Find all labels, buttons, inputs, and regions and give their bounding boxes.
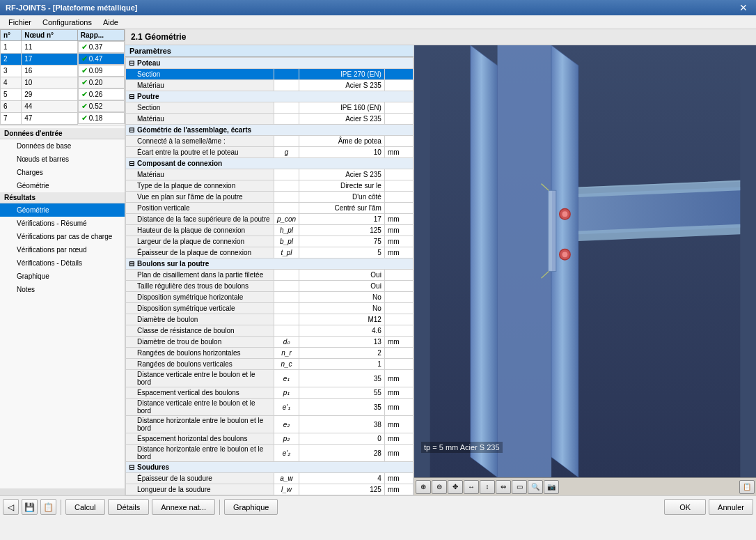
param-row[interactable]: Diamètre de boulon M12 bbox=[126, 314, 414, 325]
cell-node: 47 bbox=[22, 112, 78, 124]
view-btn-rotate-h[interactable]: ↔ bbox=[464, 480, 479, 494]
calcul-button[interactable]: Calcul bbox=[65, 499, 105, 515]
tree-item-verif-noeud[interactable]: Vérifications par nœud bbox=[0, 243, 125, 256]
view-label: tp = 5 mm Acier S 235 bbox=[421, 442, 503, 453]
view-btn-pan[interactable]: ✥ bbox=[448, 480, 463, 494]
param-row[interactable]: Matériau Acier S 235 bbox=[126, 169, 414, 180]
param-unit bbox=[384, 180, 413, 192]
view-btn-flip[interactable]: ⇔ bbox=[496, 480, 511, 494]
table-row[interactable]: 5 29 ✔ 0.26 bbox=[1, 88, 125, 100]
param-row[interactable]: Distance verticale entre le boulon et le… bbox=[126, 399, 414, 416]
btn-save[interactable]: 💾 bbox=[22, 499, 38, 515]
param-unit: mm bbox=[384, 445, 413, 462]
param-unit: mm bbox=[384, 225, 413, 236]
param-row[interactable]: Diamètre de trou de boulon d₀ 13 mm bbox=[126, 337, 414, 348]
close-button[interactable]: ✕ bbox=[737, 2, 750, 13]
param-row[interactable]: Distance horizontale entre le boulon et … bbox=[126, 416, 414, 433]
view-btn-zoom-out[interactable]: ⊖ bbox=[432, 480, 447, 494]
btn-back[interactable]: ◁ bbox=[3, 499, 19, 515]
tree-item-graphique[interactable]: Graphique bbox=[0, 270, 125, 283]
param-row[interactable]: Espacement vertical des boulons p₁ 55 mm bbox=[126, 387, 414, 399]
param-unit: mm bbox=[384, 370, 413, 387]
menu-aide[interactable]: Aide bbox=[97, 17, 124, 28]
tree-item-nodes[interactable]: Nœuds et barres bbox=[0, 153, 125, 166]
param-label: Section bbox=[126, 102, 274, 114]
param-row[interactable]: Section IPE 160 (EN) bbox=[126, 102, 414, 114]
view-area: tp = 5 mm Acier S 235 ⊕ ⊖ ✥ ↔ ↕ ⇔ ▭ 🔍 📷 … bbox=[414, 45, 756, 495]
param-val: No bbox=[299, 292, 385, 303]
tree-item-notes[interactable]: Notes bbox=[0, 283, 125, 296]
param-row[interactable]: Hauteur de la plaque de connexion h_pl 1… bbox=[126, 225, 414, 236]
tree-item-geometry-out[interactable]: Géométrie bbox=[0, 203, 125, 217]
svg-marker-1 bbox=[471, 45, 498, 477]
param-sym bbox=[274, 303, 299, 314]
ok-button[interactable]: OK bbox=[664, 499, 706, 515]
param-val: IPE 160 (EN) bbox=[299, 102, 385, 114]
param-row[interactable]: Connecté à la semelle/âme : Âme de potea bbox=[126, 136, 414, 147]
params-header: Paramètres bbox=[125, 45, 414, 57]
param-row[interactable]: Taille régulière des trous de boulons Ou… bbox=[126, 281, 414, 292]
view-btn-camera[interactable]: 📷 bbox=[544, 480, 559, 494]
tree-item-charges[interactable]: Charges bbox=[0, 166, 125, 179]
tree-item-verif-cas[interactable]: Vérifications par cas de charge bbox=[0, 230, 125, 243]
param-row[interactable]: Rangées de boulons horizontales n_r 2 bbox=[126, 348, 414, 359]
param-row[interactable]: Rangées de boulons verticales n_c 1 bbox=[126, 359, 414, 370]
param-row[interactable]: Espacement horizontal des boulons p₂ 0 m… bbox=[126, 433, 414, 445]
param-row[interactable]: Vue en plan sur l'âme de la poutre D'un … bbox=[126, 192, 414, 203]
tree-item-base[interactable]: Données de base bbox=[0, 139, 125, 153]
left-scrollbar[interactable] bbox=[0, 488, 125, 495]
param-sym bbox=[274, 136, 299, 147]
title-bar: RF-JOINTS - [Plateforme métallique] ✕ bbox=[0, 0, 756, 15]
param-val: 17 bbox=[299, 214, 385, 225]
tree-item-verif-resume[interactable]: Vérifications - Résumé bbox=[0, 217, 125, 230]
details-button[interactable]: Détails bbox=[108, 499, 150, 515]
param-sym bbox=[274, 203, 299, 214]
param-label: Distance verticale entre le boulon et le… bbox=[126, 370, 274, 387]
view-btn-rotate-v[interactable]: ↕ bbox=[480, 480, 495, 494]
table-row[interactable]: 3 16 ✔ 0.09 bbox=[1, 65, 125, 77]
menu-fichier[interactable]: Fichier bbox=[3, 17, 37, 28]
param-sym bbox=[274, 270, 299, 281]
param-row[interactable]: Distance horizontale entre le boulon et … bbox=[126, 445, 414, 462]
param-row[interactable]: Classe de résistance de boulon 4.6 bbox=[126, 325, 414, 337]
param-row[interactable]: Largeur de la plaque de connexion b_pl 7… bbox=[126, 236, 414, 247]
tree-item-verif-details[interactable]: Vérifications - Détails bbox=[0, 256, 125, 270]
param-row[interactable]: Disposition symétrique verticale No bbox=[126, 303, 414, 314]
param-row[interactable]: Écart entre la poutre et le poteau g 10 … bbox=[126, 147, 414, 158]
annuler-button[interactable]: Annuler bbox=[709, 499, 753, 515]
param-row[interactable]: Disposition symétrique horizontale No bbox=[126, 292, 414, 303]
table-row[interactable]: 2 17 ✔ 0.47 bbox=[1, 53, 125, 65]
param-row[interactable]: Type de la plaque de connexion Directe s… bbox=[126, 180, 414, 192]
view-btn-frame[interactable]: ▭ bbox=[512, 480, 527, 494]
graphique-button[interactable]: Graphique bbox=[224, 499, 278, 515]
table-row[interactable]: 7 47 ✔ 0.18 bbox=[1, 112, 125, 124]
view-btn-extra[interactable]: 📋 bbox=[739, 480, 755, 494]
param-row[interactable]: Longueur de la soudure l_w 125 mm bbox=[126, 484, 414, 495]
annexe-button[interactable]: Annexe nat... bbox=[152, 499, 215, 515]
param-row[interactable]: Matériau Acier S 235 bbox=[126, 80, 414, 91]
svg-point-10 bbox=[562, 211, 568, 217]
param-label: Distance horizontale entre le boulon et … bbox=[126, 445, 274, 462]
param-sym bbox=[274, 80, 299, 91]
param-row[interactable]: Matériau Acier S 235 bbox=[126, 114, 414, 125]
view-btn-zoom-in[interactable]: ⊕ bbox=[416, 480, 431, 494]
table-row[interactable]: 4 10 ✔ 0.20 bbox=[1, 77, 125, 88]
param-sym bbox=[274, 192, 299, 203]
param-row[interactable]: Section IPE 270 (EN) bbox=[126, 69, 414, 80]
btn-copy[interactable]: 📋 bbox=[40, 499, 56, 515]
param-section-row: ⊟Géométrie de l'assemblage, écarts bbox=[126, 125, 414, 136]
tree-item-geometry-in[interactable]: Géométrie bbox=[0, 179, 125, 192]
param-row[interactable]: Épaisseur de la plaque de connexion t_pl… bbox=[126, 247, 414, 259]
param-sym bbox=[274, 281, 299, 292]
param-label: Position verticale bbox=[126, 203, 274, 214]
menu-configurations[interactable]: Configurations bbox=[37, 17, 97, 28]
view-btn-search[interactable]: 🔍 bbox=[528, 480, 543, 494]
table-row[interactable]: 6 44 ✔ 0.52 bbox=[1, 100, 125, 112]
param-row[interactable]: Distance verticale entre le boulon et le… bbox=[126, 370, 414, 387]
param-row[interactable]: Plan de cisaillement dans la partie file… bbox=[126, 270, 414, 281]
param-row[interactable]: Position verticale Centré sur l'âm bbox=[126, 203, 414, 214]
table-row[interactable]: 1 11 ✔ 0.37 bbox=[1, 41, 125, 54]
param-row[interactable]: Distance de la face supérieure de la pou… bbox=[126, 214, 414, 225]
param-val: Âme de potea bbox=[299, 136, 385, 147]
param-row[interactable]: Épaisseur de la soudure a_w 4 mm bbox=[126, 473, 414, 484]
